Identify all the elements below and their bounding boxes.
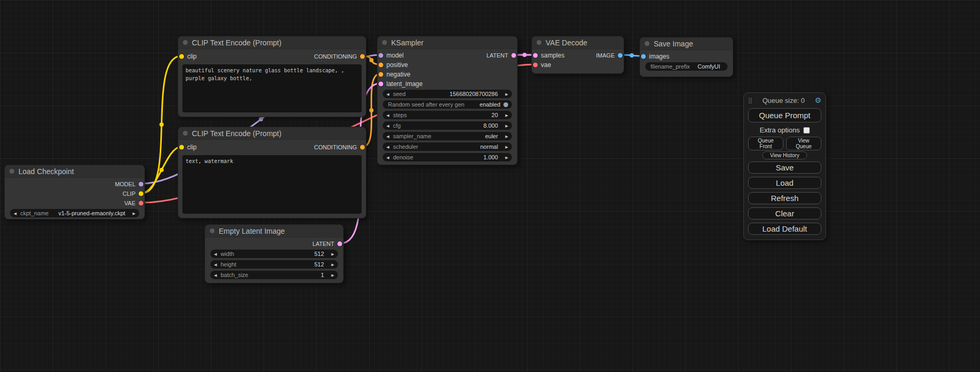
collapse-dot-icon[interactable] [183, 40, 188, 45]
widget-ckpt-name[interactable]: ◀ ckpt_name v1-5-pruned-emaonly.ckpt ▶ [10, 209, 139, 217]
model-output-port[interactable] [139, 182, 143, 187]
node-save-image[interactable]: Save Image images filename_prefix ComfyU… [639, 37, 733, 77]
clear-button[interactable]: Clear [748, 207, 821, 220]
model-input-port[interactable] [379, 53, 383, 58]
arrow-left-icon[interactable]: ◀ [386, 92, 389, 96]
samples-input-port[interactable] [533, 53, 538, 58]
positive-input-port[interactable] [379, 63, 383, 68]
arrow-left-icon[interactable]: ◀ [214, 273, 217, 277]
wire-midpoint-dot [259, 117, 263, 121]
widget-scheduler[interactable]: ◀ scheduler normal ▶ [383, 142, 512, 151]
node-title-bar[interactable]: CLIP Text Encode (Prompt) [178, 127, 366, 140]
ports-row: clip CONDITIONING [178, 51, 366, 62]
collapse-dot-icon[interactable] [537, 40, 541, 45]
arrow-left-icon[interactable]: ◀ [14, 212, 16, 215]
widget-width[interactable]: ◀ width 512 ▶ [210, 250, 338, 258]
node-empty-latent-image[interactable]: Empty Latent Image LATENT ◀ width 512 ▶ … [205, 224, 344, 283]
load-default-button[interactable]: Load Default [748, 223, 821, 235]
clip-input-port[interactable] [179, 145, 184, 150]
arrow-left-icon[interactable]: ◀ [386, 135, 389, 138]
node-clip-text-encode-1[interactable]: CLIP Text Encode (Prompt) clip CONDITION… [178, 36, 366, 117]
node-ksampler[interactable]: KSampler model positive negative la [377, 36, 518, 165]
view-queue-button[interactable]: View Queue [786, 137, 821, 150]
conditioning-output-port[interactable] [360, 145, 365, 150]
collapse-dot-icon[interactable] [183, 131, 188, 136]
wire-midpoint-dot [160, 122, 164, 127]
node-title-bar[interactable]: VAE Decode [532, 36, 624, 49]
image-output-port[interactable] [618, 53, 623, 58]
clip-output-port[interactable] [139, 192, 143, 196]
extra-options-checkbox[interactable] [803, 127, 810, 133]
arrow-right-icon[interactable]: ▶ [332, 273, 334, 277]
node-title-label: CLIP Text Encode (Prompt) [192, 129, 282, 138]
widget-height[interactable]: ◀ height 512 ▶ [210, 260, 338, 269]
node-title-bar[interactable]: KSampler [377, 36, 517, 49]
prompt-textarea[interactable]: beautiful scenery nature glass bottle la… [182, 64, 362, 112]
input-row-latent-image: latent_image [377, 79, 467, 89]
latent-output-port[interactable] [511, 53, 516, 58]
node-title-bar[interactable]: Save Image [640, 37, 733, 50]
gear-icon[interactable]: ⚙ [814, 96, 821, 104]
arrow-right-icon[interactable]: ▶ [506, 135, 508, 138]
ports-row: clip CONDITIONING [178, 141, 366, 153]
arrow-left-icon[interactable]: ◀ [386, 145, 389, 149]
arrow-left-icon[interactable]: ◀ [214, 252, 217, 256]
port-label: latent_image [377, 80, 423, 88]
widget-filename-prefix[interactable]: filename_prefix ComfyUI [645, 62, 727, 71]
arrow-right-icon[interactable]: ▶ [332, 252, 334, 256]
widget-denoise[interactable]: ◀ denoise 1.000 ▶ [383, 153, 512, 161]
arrow-right-icon[interactable]: ▶ [506, 156, 508, 159]
node-load-checkpoint[interactable]: Load Checkpoint MODEL CLIP VAE ◀ ckpt_na… [4, 165, 145, 220]
node-title-bar[interactable]: Empty Latent Image [205, 225, 343, 237]
collapse-dot-icon[interactable] [382, 40, 387, 45]
wire-midpoint-dot [630, 53, 634, 58]
widget-batch-size[interactable]: ◀ batch_size 1 ▶ [210, 271, 338, 279]
view-history-button[interactable]: View History [762, 151, 807, 159]
arrow-right-icon[interactable]: ▶ [506, 92, 508, 96]
widget-steps[interactable]: ◀ steps 20 ▶ [383, 111, 512, 119]
node-clip-text-encode-2[interactable]: CLIP Text Encode (Prompt) clip CONDITION… [178, 127, 366, 218]
node-vae-decode[interactable]: VAE Decode samples IMAGE vae [531, 36, 624, 74]
prompt-textarea[interactable]: text, watermark [182, 155, 362, 214]
widget-random-seed[interactable]: Random seed after every gen enabled [383, 100, 512, 109]
seed-toggle-icon[interactable] [503, 102, 508, 107]
wire-midpoint-dot [522, 53, 527, 57]
arrow-right-icon[interactable]: ▶ [332, 263, 334, 266]
save-button[interactable]: Save [748, 161, 821, 174]
latent-output-port[interactable] [337, 242, 342, 246]
widget-sampler-name[interactable]: ◀ sampler_name euler ▶ [383, 132, 512, 140]
clip-input-port[interactable] [179, 54, 184, 59]
node-title-bar[interactable]: Load Checkpoint [5, 165, 144, 178]
queue-size-label: Queue size: 0 [762, 97, 804, 104]
widget-cfg[interactable]: ◀ cfg 8.000 ▶ [383, 121, 512, 130]
node-title-label: CLIP Text Encode (Prompt) [192, 39, 282, 47]
queue-front-button[interactable]: Queue Front [748, 137, 783, 150]
arrow-right-icon[interactable]: ▶ [506, 113, 508, 117]
load-button[interactable]: Load [748, 177, 821, 189]
graph-canvas[interactable]: { "colors": { "model": "#B39DDB", "clip"… [0, 0, 980, 372]
arrow-left-icon[interactable]: ◀ [386, 124, 389, 128]
vae-input-port[interactable] [533, 63, 538, 68]
collapse-dot-icon[interactable] [9, 169, 14, 174]
widget-seed[interactable]: ◀ seed 156680208700286 ▶ [383, 90, 512, 98]
latent-image-input-port[interactable] [379, 82, 383, 87]
vae-output-port[interactable] [139, 201, 143, 206]
negative-input-port[interactable] [379, 72, 383, 77]
queue-prompt-button[interactable]: Queue Prompt [748, 108, 821, 122]
node-title-label: Empty Latent Image [219, 227, 285, 235]
arrow-left-icon[interactable]: ◀ [386, 113, 389, 117]
arrow-right-icon[interactable]: ▶ [506, 124, 508, 128]
arrow-right-icon[interactable]: ▶ [133, 212, 135, 215]
drag-handle-icon[interactable]: ⣿ [748, 97, 752, 104]
collapse-dot-icon[interactable] [210, 228, 215, 233]
arrow-right-icon[interactable]: ▶ [506, 145, 508, 149]
refresh-button[interactable]: Refresh [748, 192, 821, 204]
collapse-dot-icon[interactable] [645, 41, 649, 46]
node-title-label: Load Checkpoint [18, 167, 74, 176]
input-row-negative: negative [377, 70, 467, 79]
images-input-port[interactable] [641, 54, 646, 59]
node-title-bar[interactable]: CLIP Text Encode (Prompt) [178, 36, 366, 49]
arrow-left-icon[interactable]: ◀ [214, 263, 217, 266]
conditioning-output-port[interactable] [360, 54, 365, 59]
arrow-left-icon[interactable]: ◀ [386, 156, 389, 159]
